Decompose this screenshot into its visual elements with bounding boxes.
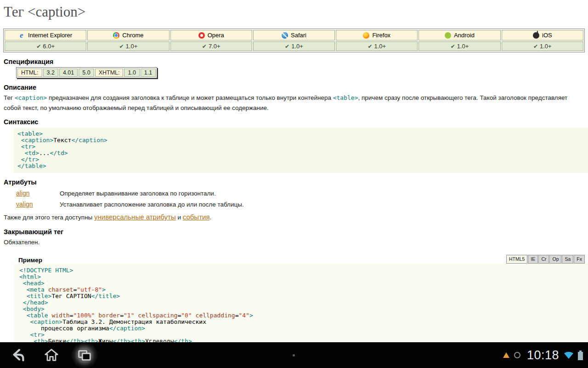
code-token	[17, 143, 21, 150]
check-icon: ✔	[368, 43, 372, 50]
code-line: <table width="100%" border="1" cellspaci…	[19, 312, 584, 319]
chrome-icon	[113, 32, 119, 39]
example-code-block: <!DOCTYPE HTML><html> <head> <meta chars…	[14, 264, 588, 342]
battery-icon	[577, 351, 583, 360]
code-token	[17, 156, 21, 163]
android-icon	[445, 32, 451, 39]
code-line: <tr>	[19, 332, 584, 338]
browser-name: Opera	[208, 32, 224, 39]
code-token: </th>	[113, 338, 131, 342]
example-header: Пример HTML5IECrOpSaFx	[18, 255, 585, 264]
check-icon: ✔	[285, 43, 289, 50]
link-universal-attributes[interactable]: универсальные атрибуты	[94, 213, 176, 221]
code-line: <head>	[19, 280, 584, 287]
code-token: </table>	[17, 162, 46, 169]
attribute-description: Определяет выравнивание заголовка по гор…	[60, 190, 216, 197]
spec-table: HTML:3.24.015.0XHTML:1.01.1	[16, 67, 157, 78]
attr-link-valign[interactable]: valign	[16, 201, 60, 208]
code-token: "0"	[181, 312, 192, 319]
code-token: <!DOCTYPE HTML>	[19, 267, 73, 274]
spec-cell: XHTML:	[95, 69, 124, 77]
code-token: Жиры	[98, 338, 113, 342]
browser-version-safari: ✔1.0+	[253, 41, 335, 51]
code-token	[19, 305, 23, 312]
spec-cell: 5.0	[79, 69, 94, 77]
code-line: <html>	[19, 274, 584, 280]
code-token: </th>	[66, 338, 84, 342]
attribute-row: valignУстанавливает расположение заголов…	[16, 201, 585, 208]
browser-version: 1.0+	[291, 43, 303, 50]
browser-col-firefox: Firefox	[336, 30, 418, 40]
attribute-row: alignОпределяет выравнивание заголовка п…	[16, 190, 585, 197]
code-token: <tr>	[21, 143, 35, 150]
code-token: "1"	[124, 312, 134, 319]
back-button[interactable]	[2, 342, 35, 368]
alarm-icon	[514, 352, 520, 358]
browser-name: Firefox	[372, 32, 390, 39]
code-token	[192, 312, 196, 319]
link-events[interactable]: события	[183, 213, 210, 221]
spec-cell: HTML:	[17, 69, 42, 77]
code-line: <caption>Текст</caption>	[17, 137, 584, 144]
example-tab-cr[interactable]: Cr	[538, 255, 549, 264]
browser-version-firefox: ✔1.0+	[336, 41, 418, 51]
code-line: </head>	[19, 299, 584, 306]
code-token	[19, 312, 27, 319]
code-token: <th>	[84, 338, 98, 342]
attribute-description: Устанавливает расположение заголовка до …	[60, 201, 244, 208]
safari-icon	[282, 32, 288, 39]
browser-version: 7.0+	[209, 43, 220, 50]
code-token: border	[98, 312, 120, 319]
browser-version: 1.0+	[126, 43, 138, 50]
spec-cell: 4.01	[59, 69, 78, 77]
example-tab-sa[interactable]: Sa	[562, 255, 573, 264]
browser-version: 1.0+	[540, 43, 552, 50]
example-tab-op[interactable]: Op	[549, 255, 561, 264]
code-token: cellspacing	[138, 312, 177, 319]
browser-col-safari: Safari	[253, 30, 335, 40]
code-token: <th>	[34, 338, 48, 342]
browser-header-row: Internet ExplorerChromeOperaSafariFirefo…	[5, 30, 583, 40]
page-title: Тег <caption>	[4, 3, 585, 21]
android-navbar: 10:18	[0, 342, 588, 368]
example-heading: Пример	[18, 257, 42, 264]
example-tab-fx[interactable]: Fx	[574, 255, 585, 264]
code-token: <caption>	[21, 137, 53, 144]
code-token: <table	[27, 312, 52, 319]
attr-link-align[interactable]: align	[16, 190, 60, 197]
browser-version-opera: ✔7.0+	[170, 41, 252, 51]
recents-button[interactable]	[68, 342, 101, 368]
code-token: Углеводы	[145, 338, 174, 342]
spec-cell: 1.0	[124, 69, 139, 77]
check-icon: ✔	[202, 43, 207, 50]
status-clock: 10:18	[527, 348, 559, 362]
code-token: ...	[39, 150, 50, 156]
check-icon: ✔	[533, 43, 538, 50]
check-icon: ✔	[36, 43, 41, 50]
spec-cell: 3.2	[43, 69, 58, 77]
code-token: width	[51, 312, 69, 319]
code-token: </td>	[50, 150, 68, 156]
attributes-heading: Атрибуты	[4, 178, 585, 186]
code-line: <caption>Таблица 3.2. Демонстрация катаб…	[19, 319, 584, 325]
code-token: </caption>	[71, 137, 107, 144]
code-token: "utf-8"	[77, 286, 102, 293]
check-icon: ✔	[451, 43, 455, 50]
text-run: Также для этого тега доступны	[4, 214, 94, 221]
example-tab-ie[interactable]: IE	[528, 255, 538, 264]
home-button[interactable]	[35, 342, 68, 368]
closing-tag-text: Обязателен.	[4, 237, 585, 247]
browser-version: 1.0+	[457, 43, 469, 50]
code-token: >	[249, 312, 253, 319]
code-token: <td>	[25, 150, 39, 156]
example-tab-html5[interactable]: HTML5	[506, 255, 527, 264]
code-token: <table>	[17, 130, 43, 137]
syntax-heading: Синтаксис	[4, 118, 585, 126]
code-token: процессов организма	[19, 325, 109, 332]
code-token: <tr>	[30, 331, 44, 338]
code-token	[19, 331, 30, 338]
code-token: <th>	[131, 338, 145, 342]
status-area[interactable]: 10:18	[503, 342, 583, 368]
code-token: cellpadding	[196, 312, 235, 319]
browser-name: Android	[454, 32, 475, 39]
